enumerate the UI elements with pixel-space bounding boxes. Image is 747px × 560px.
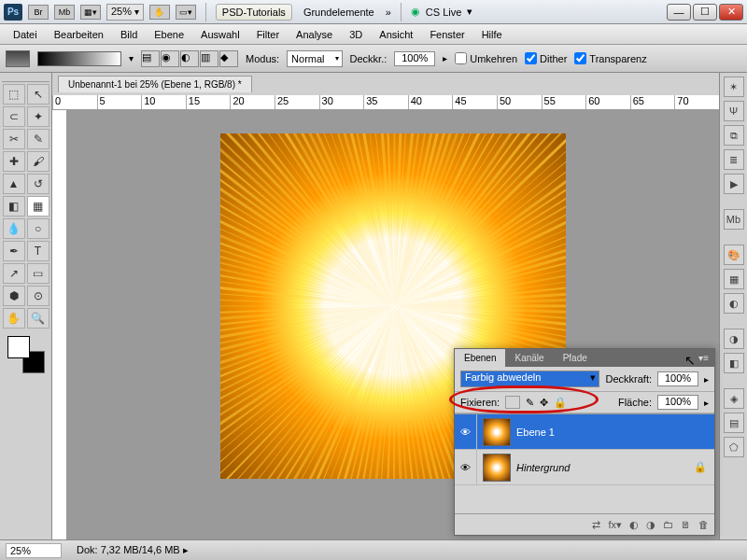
menu-ansicht[interactable]: Ansicht [372, 26, 420, 43]
mask-icon[interactable]: ◐ [629, 519, 639, 531]
blend-mode-dropdown[interactable]: Normal [287, 50, 342, 67]
menu-bild[interactable]: Bild [113, 26, 145, 43]
channels-dock-icon[interactable]: ▤ [724, 413, 744, 433]
styles-panel-icon[interactable]: ◐ [724, 293, 744, 314]
delete-layer-icon[interactable]: 🗑 [698, 519, 709, 530]
zoom-dropdown[interactable]: 25% ▾ [106, 4, 144, 21]
minimize-button[interactable]: — [667, 4, 691, 21]
gradient-reflected-icon[interactable]: ▥ [200, 50, 218, 67]
fill-field[interactable]: 100% [657, 395, 698, 410]
tool-preset[interactable] [6, 50, 30, 67]
menu-bearbeiten[interactable]: Bearbeiten [47, 26, 111, 43]
actions-panel-icon[interactable]: ▶ [724, 174, 744, 194]
layers-dock-icon[interactable]: ◈ [724, 388, 744, 409]
brush-panel-icon[interactable]: ✶ [724, 77, 744, 97]
gradient-tool-icon[interactable]: ▦ [27, 196, 49, 217]
screen-mode-icon[interactable]: ▭▾ [176, 5, 196, 20]
gradient-angle-icon[interactable]: ◐ [180, 50, 199, 67]
lock-transparency-icon[interactable] [505, 396, 520, 409]
zoom-tool-icon[interactable]: 🔍 [27, 308, 49, 329]
doc-info[interactable]: Dok: 7,32 MB/14,6 MB ▸ [77, 544, 189, 556]
dither-checkbox[interactable]: Dither [525, 52, 567, 64]
layer-opacity-field[interactable]: 100% [657, 371, 698, 386]
layer-name[interactable]: Ebene 1 [516, 427, 714, 438]
opacity-field[interactable]: 100% [394, 51, 435, 66]
history-panel-icon[interactable]: ≣ [724, 149, 744, 170]
more-icon[interactable]: » [386, 7, 391, 18]
layer-thumbnail[interactable] [483, 418, 511, 446]
gradient-diamond-icon[interactable]: ◆ [219, 50, 238, 67]
masks-panel-icon[interactable]: ◧ [724, 353, 744, 373]
toolbox-grip[interactable] [2, 75, 49, 82]
layer-item[interactable]: 👁 Hintergrund 🔒 [455, 450, 714, 485]
panel-menu-icon[interactable]: ▾≡ [689, 349, 714, 367]
reverse-checkbox[interactable]: Umkehren [455, 52, 517, 64]
lasso-tool-icon[interactable]: ⊂ [3, 106, 25, 127]
visibility-icon[interactable]: 👁 [455, 414, 477, 449]
layer-blendmode-dropdown[interactable]: Farbig abwedeln [460, 371, 599, 387]
menu-fenster[interactable]: Fenster [422, 26, 472, 43]
tab-channels[interactable]: Kanäle [505, 349, 553, 367]
dodge-tool-icon[interactable]: ○ [27, 218, 49, 239]
stamp-tool-icon[interactable]: ▲ [3, 174, 25, 194]
minibridge-panel-icon[interactable]: Mb [724, 209, 744, 230]
lock-move-icon[interactable]: ✥ [540, 397, 548, 409]
lock-all-icon[interactable]: 🔒 [554, 397, 567, 409]
group-icon[interactable]: 🗀 [663, 519, 673, 530]
color-panel-icon[interactable]: 🎨 [724, 245, 744, 265]
document-tab[interactable]: Unbenannt-1 bei 25% (Ebene 1, RGB/8) * [58, 76, 252, 92]
shape-tool-icon[interactable]: ▭ [27, 263, 49, 284]
foreground-color[interactable] [7, 336, 30, 358]
menu-auswahl[interactable]: Auswahl [193, 26, 247, 43]
adjustments-panel-icon[interactable]: ◑ [724, 329, 744, 349]
maximize-button[interactable]: ☐ [693, 4, 717, 21]
close-button[interactable]: ✕ [719, 4, 743, 21]
workspace-tab-tutorials[interactable]: PSD-Tutorials [216, 4, 292, 21]
layer-thumbnail[interactable] [483, 454, 511, 482]
menu-filter[interactable]: Filter [249, 26, 287, 43]
type-tool-icon[interactable]: T [27, 241, 49, 261]
cslive-label[interactable]: CS Live [426, 7, 462, 18]
move-tool-icon[interactable]: ⬚ [3, 84, 25, 105]
fx-icon[interactable]: fx▾ [608, 519, 622, 531]
eraser-tool-icon[interactable]: ◧ [3, 196, 25, 217]
clone-panel-icon[interactable]: ⧉ [724, 125, 744, 146]
gradient-radial-icon[interactable]: ◉ [161, 50, 179, 67]
bridge-badge[interactable]: Br [28, 5, 49, 20]
paths-dock-icon[interactable]: ⬠ [724, 437, 744, 457]
camera-tool-icon[interactable]: ⊙ [27, 286, 49, 306]
hand-tool-icon[interactable]: ✋ [3, 308, 25, 329]
gradient-linear-icon[interactable]: ▤ [141, 50, 160, 67]
layer-name[interactable]: Hintergrund [516, 462, 686, 473]
heal-tool-icon[interactable]: ✚ [3, 151, 25, 172]
adjustment-icon[interactable]: ◑ [646, 519, 655, 531]
workspace-tab-grundelemente[interactable]: Grundelemente [298, 5, 380, 20]
tab-paths[interactable]: Pfade [554, 349, 597, 367]
menu-3d[interactable]: 3D [342, 26, 370, 43]
crop-tool-icon[interactable]: ✂ [3, 129, 25, 149]
tab-layers[interactable]: Ebenen [455, 349, 505, 367]
new-layer-icon[interactable]: 🗎 [681, 519, 691, 530]
gradient-preview[interactable] [37, 51, 121, 66]
wand-tool-icon[interactable]: ✦ [27, 106, 49, 127]
eyedropper-tool-icon[interactable]: ✎ [27, 129, 49, 149]
menu-hilfe[interactable]: Hilfe [474, 26, 510, 43]
menu-analyse[interactable]: Analyse [289, 26, 340, 43]
filmstrip-icon[interactable]: ▦▾ [80, 5, 101, 20]
path-tool-icon[interactable]: ↗ [3, 263, 25, 284]
menu-ebene[interactable]: Ebene [147, 26, 191, 43]
transparency-checkbox[interactable]: Transparenz [574, 52, 646, 64]
minibridge-badge[interactable]: Mb [54, 5, 75, 20]
3d-tool-icon[interactable]: ⬢ [3, 286, 25, 306]
visibility-icon[interactable]: 👁 [455, 450, 477, 484]
pen-tool-icon[interactable]: ✒ [3, 241, 25, 261]
color-swatches[interactable] [7, 336, 45, 373]
blur-tool-icon[interactable]: 💧 [3, 218, 25, 239]
hand-icon[interactable]: ✋ [149, 5, 170, 20]
swatches-panel-icon[interactable]: ▦ [724, 269, 744, 289]
zoom-field[interactable]: 25% [6, 543, 62, 558]
layer-item[interactable]: 👁 Ebene 1 [455, 414, 714, 450]
history-brush-icon[interactable]: ↺ [27, 174, 49, 194]
brushpreset-panel-icon[interactable]: Ψ [724, 101, 744, 121]
menu-datei[interactable]: Datei [6, 26, 45, 43]
